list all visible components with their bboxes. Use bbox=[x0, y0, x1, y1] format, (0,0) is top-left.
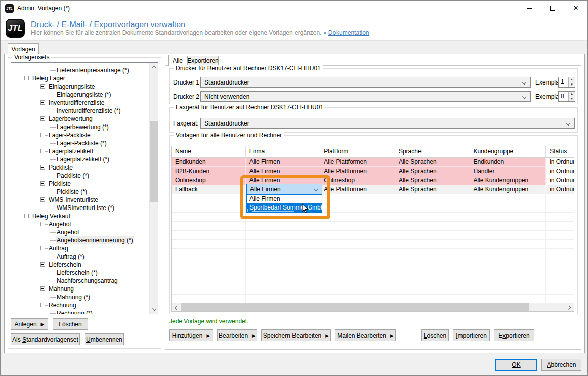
drucker2-combobox[interactable]: Nicht verwenden bbox=[200, 91, 531, 102]
tree-item[interactable]: Auftrag bbox=[11, 244, 149, 253]
speichern-bearbeiten-button[interactable]: Speichern Bearbeiten▶ bbox=[261, 329, 331, 341]
tree-item[interactable]: Mahnung (*) bbox=[11, 293, 149, 301]
tree-item[interactable]: WMS-Inventurliste bbox=[11, 196, 149, 204]
exemplare2-stepper[interactable]: 0 ▲▼ bbox=[558, 91, 575, 102]
tree-item[interactable]: Mahnung bbox=[11, 285, 149, 293]
column-header-plattform[interactable]: Plattform bbox=[320, 146, 395, 158]
tree-item[interactable]: Lagerplatzetikett bbox=[11, 147, 149, 155]
tree-item[interactable]: Lager-Packliste (*) bbox=[11, 139, 149, 147]
loeschen-vorlagenset-button[interactable]: Löschen bbox=[53, 318, 88, 330]
scroll-up-button[interactable] bbox=[150, 63, 158, 71]
exemplare1-stepper[interactable]: 1 ▲▼ bbox=[558, 77, 575, 88]
collapse-icon[interactable] bbox=[40, 116, 45, 121]
title-bar: JTL Admin: Vorlagen (*) ✕ bbox=[1, 1, 587, 16]
table-row[interactable]: EndkundenAlle FirmenAlle PlattformenAlle… bbox=[172, 158, 574, 167]
tree-item[interactable]: Lieferschein (*) bbox=[11, 269, 149, 277]
ok-button[interactable]: OK bbox=[495, 359, 537, 371]
collapse-icon[interactable] bbox=[40, 262, 45, 267]
dropdown-option[interactable]: Sportbedarf Sommer GmbH bbox=[247, 203, 322, 212]
tree-item[interactable]: Nachforschungsantrag bbox=[11, 277, 149, 285]
spin-up-icon[interactable]: ▲ bbox=[569, 92, 575, 97]
collapse-icon[interactable] bbox=[40, 197, 45, 202]
collapse-icon[interactable] bbox=[40, 84, 45, 89]
tab-exportieren[interactable]: Exportieren bbox=[187, 56, 219, 66]
tree-vertical-scrollbar[interactable] bbox=[149, 63, 158, 314]
column-header-firma[interactable]: Firma bbox=[246, 146, 321, 158]
dropdown-option[interactable]: Alle Firmen bbox=[247, 195, 322, 203]
tree-item[interactable]: Angebotserinnerinnerung (*) bbox=[11, 236, 149, 244]
scrollbar-thumb[interactable] bbox=[181, 303, 529, 311]
tree-item[interactable]: Lieferschein bbox=[11, 261, 149, 269]
drucker1-combobox[interactable]: Standarddrucker bbox=[200, 77, 531, 88]
loeschen-vorlage-button[interactable]: Löschen bbox=[421, 329, 449, 341]
importieren-button[interactable]: Importieren bbox=[453, 329, 490, 341]
tab-vorlagen[interactable]: Vorlagen bbox=[8, 43, 39, 54]
collapse-icon[interactable] bbox=[40, 222, 45, 226]
tree-item[interactable]: Pickliste (*) bbox=[11, 188, 149, 196]
tree-item[interactable]: Auftrag (*) bbox=[11, 253, 149, 261]
anlegen-button[interactable]: Anlegen▶ bbox=[11, 318, 48, 330]
tree-item[interactable]: Angebot bbox=[11, 220, 149, 228]
tree-item[interactable]: Lieferantenpreisanfrage (*) bbox=[11, 66, 149, 74]
minimize-button[interactable] bbox=[518, 1, 541, 16]
umbenennen-button[interactable]: Umbenennen bbox=[85, 333, 124, 345]
cancel-button[interactable]: Abbrechen bbox=[541, 359, 581, 371]
spin-down-icon[interactable]: ▼ bbox=[569, 97, 575, 102]
column-header-kundengruppe[interactable]: Kundengruppe bbox=[470, 146, 547, 158]
column-header-name[interactable]: Name bbox=[172, 146, 246, 158]
hinzufuegen-button[interactable]: Hinzufügen▶ bbox=[169, 329, 213, 341]
table-horizontal-scrollbar[interactable] bbox=[172, 303, 574, 311]
scroll-down-button[interactable] bbox=[150, 305, 158, 314]
tree-item[interactable]: Lagerbewertung (*) bbox=[11, 123, 149, 131]
column-header-sprache[interactable]: Sprache bbox=[395, 146, 470, 158]
tree-item[interactable]: WMSInventurListe (*) bbox=[11, 204, 149, 212]
tree-item[interactable]: Einlagerungsliste (*) bbox=[11, 91, 149, 99]
collapse-icon[interactable] bbox=[40, 246, 45, 250]
tree-item[interactable]: Pickliste bbox=[11, 180, 149, 188]
tree-item[interactable]: Lagerplatzetikett (*) bbox=[11, 155, 149, 163]
tree-item[interactable]: Beleg Lager bbox=[11, 74, 149, 82]
exportieren-button[interactable]: Exportieren bbox=[494, 329, 534, 341]
table-row[interactable]: OnlineshopAlle FirmenOnlineshopAlle Spra… bbox=[172, 176, 574, 185]
table-cell bbox=[246, 258, 321, 267]
tree-item[interactable]: Lagerbewertung bbox=[11, 115, 149, 123]
tree-item[interactable]: Rechnung (*) bbox=[11, 309, 149, 314]
vorlagensets-tree[interactable]: Lieferantenpreisanfrage (*)Beleg LagerEi… bbox=[11, 62, 158, 314]
collapse-icon[interactable] bbox=[40, 100, 45, 105]
collapse-icon[interactable] bbox=[40, 165, 45, 170]
tree-item[interactable]: Packliste (*) bbox=[11, 172, 149, 180]
documentation-link[interactable]: Dokumentation bbox=[328, 29, 369, 36]
close-button[interactable]: ✕ bbox=[564, 1, 587, 16]
window-title: Admin: Vorlagen (*) bbox=[17, 5, 70, 12]
collapse-icon[interactable] bbox=[40, 181, 45, 186]
collapse-icon[interactable] bbox=[40, 303, 45, 307]
scroll-left-button[interactable] bbox=[172, 303, 180, 312]
firma-combobox[interactable]: Alle Firmen bbox=[246, 184, 322, 194]
spin-down-icon[interactable]: ▼ bbox=[569, 82, 575, 88]
bearbeiten-button[interactable]: Bearbeiten▶ bbox=[217, 329, 257, 341]
tree-item[interactable]: Rechnung bbox=[11, 301, 149, 309]
scroll-right-button[interactable] bbox=[565, 303, 574, 312]
column-header-status[interactable]: Status bbox=[546, 146, 574, 158]
faxgeraet-combobox[interactable]: Standarddrucker bbox=[200, 118, 575, 129]
tree-item[interactable]: Inventurdifferenzliste bbox=[11, 99, 149, 107]
als-standardvorlagenset-button[interactable]: Als Standardvorlagenset bbox=[11, 333, 80, 345]
tree-item[interactable]: Beleg Verkauf bbox=[11, 212, 149, 220]
tree-item[interactable]: Lager-Packliste bbox=[11, 131, 149, 139]
collapse-icon[interactable] bbox=[24, 214, 29, 218]
collapse-icon[interactable] bbox=[40, 286, 45, 291]
tree-item[interactable]: Inventurdifferenzliste (*) bbox=[11, 107, 149, 115]
tree-item[interactable]: Packliste bbox=[11, 163, 149, 172]
collapse-icon[interactable] bbox=[24, 76, 29, 80]
tab-alle[interactable]: Alle bbox=[168, 55, 187, 66]
tree-item[interactable]: Einlagerungsliste bbox=[11, 82, 149, 91]
scrollbar-thumb[interactable] bbox=[150, 121, 158, 202]
mailen-bearbeiten-button[interactable]: Mailen Bearbeiten▶ bbox=[335, 329, 396, 341]
spin-up-icon[interactable]: ▲ bbox=[569, 77, 575, 82]
collapse-icon[interactable] bbox=[40, 133, 45, 137]
table-row[interactable]: FallbackAlle PlattformenAlle SprachenAll… bbox=[172, 185, 574, 194]
tree-item[interactable]: Angebot bbox=[11, 228, 149, 236]
maximize-button[interactable] bbox=[541, 1, 564, 16]
table-row[interactable]: B2B-KundenAlle FirmenAlle PlattformenAll… bbox=[172, 167, 574, 176]
collapse-icon[interactable] bbox=[40, 149, 45, 153]
